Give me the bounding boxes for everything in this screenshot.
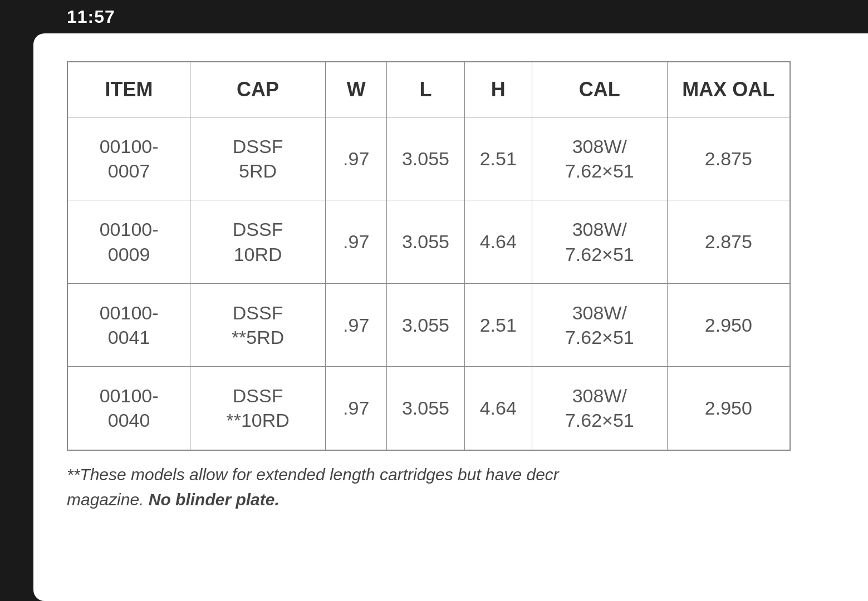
time-display: 11:57: [67, 7, 115, 27]
cell-cal-2: 308W/7.62×51: [532, 200, 667, 283]
table-container: ITEM CAP W L H CAL MAX OAL 00100-0007 DS…: [67, 61, 791, 512]
cell-h-1: 2.51: [464, 117, 532, 200]
header-h: H: [464, 62, 532, 117]
footnote-text-1: **These models allow for extended length…: [67, 465, 559, 484]
cell-h-4: 4.64: [464, 367, 532, 450]
table-row: 00100-0007 DSSF5RD .97 3.055 2.51 308W/7…: [67, 117, 790, 200]
header-w: W: [326, 62, 387, 117]
cell-cal-4: 308W/7.62×51: [532, 367, 667, 450]
main-content: ITEM CAP W L H CAL MAX OAL 00100-0007 DS…: [33, 33, 868, 601]
cell-cap-1: DSSF5RD: [190, 117, 326, 200]
footnote: **These models allow for extended length…: [67, 462, 679, 512]
cell-w-3: .97: [326, 283, 387, 366]
cell-cap-2: DSSF10RD: [190, 200, 326, 283]
cell-cal-3: 308W/7.62×51: [532, 283, 667, 366]
cell-maxoal-1: 2.875: [667, 117, 790, 200]
cell-h-2: 4.64: [464, 200, 532, 283]
header-cap: CAP: [190, 62, 326, 117]
header-item: ITEM: [67, 62, 190, 117]
table-header-row: ITEM CAP W L H CAL MAX OAL: [67, 62, 790, 117]
header-maxoal: MAX OAL: [667, 62, 790, 117]
cell-w-1: .97: [326, 117, 387, 200]
cell-maxoal-2: 2.875: [667, 200, 790, 283]
footnote-text-2: magazine.: [67, 490, 149, 509]
table-row: 00100-0040 DSSF**10RD .97 3.055 4.64 308…: [67, 367, 790, 450]
cell-l-1: 3.055: [387, 117, 464, 200]
data-table: ITEM CAP W L H CAL MAX OAL 00100-0007 DS…: [67, 61, 791, 451]
cell-maxoal-4: 2.950: [667, 367, 790, 450]
header-cal: CAL: [532, 62, 667, 117]
cell-l-3: 3.055: [387, 283, 464, 366]
cell-item-1: 00100-0007: [67, 117, 190, 200]
cell-l-4: 3.055: [387, 367, 464, 450]
table-row: 00100-0009 DSSF10RD .97 3.055 4.64 308W/…: [67, 200, 790, 283]
footnote-bold: No blinder plate.: [149, 490, 279, 509]
cell-cap-3: DSSF**5RD: [190, 283, 326, 366]
cell-item-3: 00100-0041: [67, 283, 190, 366]
table-row: 00100-0041 DSSF**5RD .97 3.055 2.51 308W…: [67, 283, 790, 366]
header-l: L: [387, 62, 464, 117]
cell-cal-1: 308W/7.62×51: [532, 117, 667, 200]
cell-item-2: 00100-0009: [67, 200, 190, 283]
cell-item-4: 00100-0040: [67, 367, 190, 450]
cell-w-4: .97: [326, 367, 387, 450]
cell-maxoal-3: 2.950: [667, 283, 790, 366]
cell-cap-4: DSSF**10RD: [190, 367, 326, 450]
cell-h-3: 2.51: [464, 283, 532, 366]
cell-l-2: 3.055: [387, 200, 464, 283]
status-bar: 11:57: [0, 0, 868, 33]
cell-w-2: .97: [326, 200, 387, 283]
